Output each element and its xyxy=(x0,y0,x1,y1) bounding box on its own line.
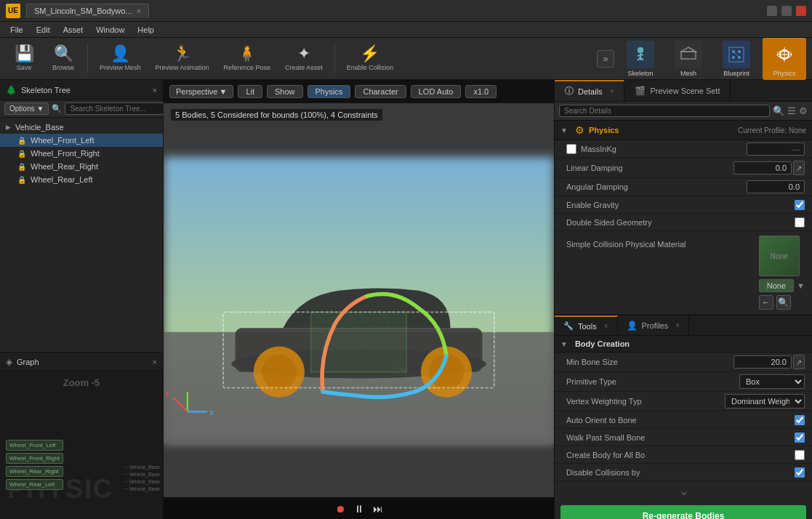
primitive-type-select[interactable]: Box Sphere Capsule xyxy=(739,374,805,389)
enable-gravity-label: Enable Gravity xyxy=(566,201,795,209)
walk-past-checkbox[interactable] xyxy=(795,432,805,443)
menu-help[interactable]: Help xyxy=(132,24,160,36)
massinkg-checkbox[interactable] xyxy=(566,144,576,154)
linear-damping-expand[interactable]: ↗ xyxy=(793,161,805,175)
preview-scene-tab[interactable]: 🎬 Preview Scene Sett xyxy=(624,80,731,101)
skeleton-search-input[interactable] xyxy=(65,102,167,115)
toolbar-separator-2 xyxy=(334,44,335,73)
enable-collision-button[interactable]: ⚡ Enable Collision xyxy=(341,43,400,74)
tools-icon: 🔧 xyxy=(563,321,574,331)
menu-window[interactable]: Window xyxy=(90,24,130,36)
forward-button[interactable]: ⏭ xyxy=(373,503,383,515)
search-icon: 🔍 xyxy=(52,104,62,113)
skeleton-tree-close[interactable]: × xyxy=(153,86,157,94)
min-bone-size-row: Min Bone Size ↗ xyxy=(555,353,812,372)
lod-auto-button[interactable]: LOD Auto xyxy=(411,85,462,98)
walk-past-row: Walk Past Small Bone xyxy=(555,429,812,446)
menu-edit[interactable]: Edit xyxy=(31,24,56,36)
wheel-fr-label: Wheel_Front_Right xyxy=(31,149,100,158)
minimize-button[interactable] xyxy=(767,6,777,16)
material-dropdown-row: None ▼ xyxy=(759,279,805,292)
extras-button[interactable]: » xyxy=(597,50,614,68)
menu-asset[interactable]: Asset xyxy=(57,24,89,36)
perspective-dropdown[interactable]: Perspective ▼ xyxy=(169,85,233,98)
perspective-arrow: ▼ xyxy=(219,87,227,96)
app-tab[interactable]: SM_Lincoln_SM_Bodywo... × xyxy=(26,4,149,17)
tab-skeleton[interactable]: Skeleton xyxy=(619,38,662,80)
min-bone-size-input[interactable] xyxy=(733,355,792,369)
chevron-down-icon: ▼ xyxy=(36,105,44,113)
options-label: Options xyxy=(9,105,34,113)
linear-damping-input[interactable] xyxy=(733,161,792,174)
close-button[interactable] xyxy=(796,6,806,16)
tab-physics[interactable]: Physics xyxy=(763,38,806,80)
angular-damping-input[interactable] xyxy=(747,180,805,193)
tree-item-wheel-rear-left[interactable]: 🔒 Wheel_Rear_Left xyxy=(0,173,163,186)
min-bone-expand[interactable]: ↗ xyxy=(793,355,805,369)
graph-close[interactable]: × xyxy=(153,358,157,366)
material-search-button[interactable]: 🔍 xyxy=(776,295,791,310)
wheel-rr-label: Wheel_Rear_Right xyxy=(31,162,98,171)
body-creation-header[interactable]: ▼ Body Creation xyxy=(555,336,812,353)
menu-file[interactable]: File xyxy=(4,24,29,36)
playback-controls: ⏺ ⏸ ⏭ xyxy=(164,497,554,519)
right-panel: ⓘ Details × 🎬 Preview Scene Sett 🔍 ☰ ⚙ ▼… xyxy=(554,80,812,519)
options-button[interactable]: Options ▼ xyxy=(4,102,49,115)
browse-button[interactable]: 🔍 Browse xyxy=(45,43,81,74)
regenerate-bodies-button[interactable]: Re-generate Bodies xyxy=(560,505,806,519)
details-close[interactable]: × xyxy=(610,87,614,95)
angular-damping-row: Angular Damping xyxy=(555,178,812,196)
character-button[interactable]: Character xyxy=(355,85,406,98)
preview-mesh-button[interactable]: 👤 Preview Mesh xyxy=(94,43,147,74)
list-view-button[interactable]: ☰ xyxy=(787,105,796,116)
tree-item-vehicle-base[interactable]: ▶ Vehicle_Base xyxy=(0,121,163,134)
preview-animation-button[interactable]: 🏃 Preview Animation xyxy=(150,43,215,74)
double-sided-checkbox[interactable] xyxy=(795,217,805,228)
material-none-button[interactable]: None xyxy=(759,279,794,292)
disable-collisions-checkbox[interactable] xyxy=(795,467,805,478)
create-body-checkbox[interactable] xyxy=(795,450,805,460)
massinkg-input[interactable] xyxy=(747,142,805,156)
graph-node-3: Wheel_Rear_Right xyxy=(6,466,63,477)
tab-mesh[interactable]: Mesh xyxy=(667,38,710,80)
reference-pose-button[interactable]: 🧍 Reference Pose xyxy=(218,43,277,74)
title-bar: UE SM_Lincoln_SM_Bodywo... × xyxy=(0,0,812,22)
pause-button[interactable]: ⏸ xyxy=(354,503,364,515)
auto-orient-label: Auto Orient to Bone xyxy=(566,416,795,425)
settings-button[interactable]: ⚙ xyxy=(799,105,808,116)
status-bar: 5 Bodies, 5 Considered for bounds (100%)… xyxy=(171,109,382,121)
tree-item-wheel-rear-right[interactable]: 🔒 Wheel_Rear_Right xyxy=(0,160,163,173)
details-icon: ⓘ xyxy=(565,85,574,97)
show-button[interactable]: Show xyxy=(267,85,303,98)
vertex-weighting-select[interactable]: Dominant Weight Any Weight xyxy=(725,394,805,409)
scale-button[interactable]: x1.0 xyxy=(465,85,497,98)
details-search-input[interactable] xyxy=(559,105,770,117)
min-bone-size-label: Min Bone Size xyxy=(566,358,733,366)
lit-button[interactable]: Lit xyxy=(238,85,262,98)
enable-gravity-checkbox[interactable] xyxy=(795,200,805,210)
profiles-close[interactable]: × xyxy=(675,321,680,329)
create-asset-button[interactable]: ✦ Create Asset xyxy=(279,43,329,74)
tab-close[interactable]: × xyxy=(137,7,141,15)
search-button[interactable]: 🔍 xyxy=(773,105,784,116)
save-icon: 💾 xyxy=(15,46,34,62)
tools-tab[interactable]: 🔧 Tools × xyxy=(555,315,618,335)
save-label: Save xyxy=(17,64,32,71)
physics-section-header[interactable]: ▼ ⚙ Physics Current Profile: None xyxy=(555,121,812,140)
tree-item-wheel-front-left[interactable]: 🔒 Wheel_Front_Left xyxy=(0,134,163,147)
double-sided-label: Double Sided Geometry xyxy=(566,218,795,227)
tools-close[interactable]: × xyxy=(604,322,608,330)
tree-item-wheel-front-right[interactable]: 🔒 Wheel_Front_Right xyxy=(0,147,163,160)
physics-icon xyxy=(771,41,798,68)
auto-orient-checkbox[interactable] xyxy=(795,415,805,425)
enable-collision-icon: ⚡ xyxy=(360,46,379,62)
viewport-toolbar: Perspective ▼ Lit Show Physics Character… xyxy=(164,80,554,103)
maximize-button[interactable] xyxy=(781,6,792,16)
material-back-button[interactable]: ← xyxy=(759,295,773,310)
save-button[interactable]: 💾 Save xyxy=(6,43,42,74)
details-tab[interactable]: ⓘ Details × xyxy=(555,80,624,101)
tab-blueprint[interactable]: Blueprint xyxy=(715,38,758,80)
physics-view-button[interactable]: Physics xyxy=(307,85,351,98)
record-button[interactable]: ⏺ xyxy=(335,503,345,515)
profiles-tab[interactable]: 👤 Profiles × xyxy=(618,315,690,335)
